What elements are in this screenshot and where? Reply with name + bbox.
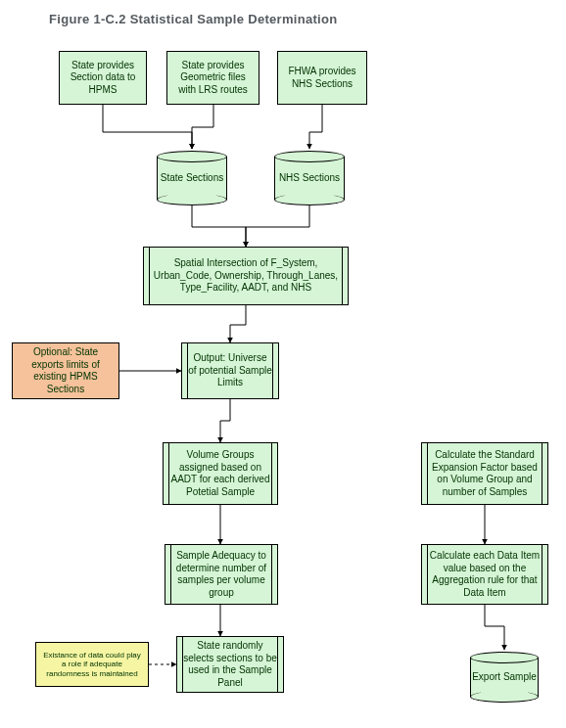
box-fhwa-nhs: FHWA provides NHS Sections — [277, 51, 367, 105]
db-export-sample-label: Export Sample — [472, 671, 537, 684]
box-output-universe: Output: Universe of potential Sample Lim… — [181, 342, 279, 399]
box-spatial-intersection: Spatial Intersection of F_System, Urban_… — [143, 247, 349, 305]
box-calc-dataitem: Calculate each Data Item value based on … — [421, 544, 548, 605]
db-nhs-sections: NHS Sections — [274, 157, 345, 200]
box-optional-limits: Optional: State exports limits of existi… — [12, 342, 119, 399]
box-sample-adequacy: Sample Adequacy to determine number of s… — [165, 544, 278, 605]
box-state-section-hpms: State provides Section data to HPMS — [59, 51, 147, 105]
box-existence-note: Existance of data could play a role if a… — [35, 642, 149, 687]
box-calc-expansion: Calculate the Standard Expansion Factor … — [421, 442, 548, 505]
db-nhs-sections-label: NHS Sections — [279, 172, 340, 185]
box-volume-groups: Volume Groups assigned based on AADT for… — [163, 442, 278, 505]
db-state-sections-label: State Sections — [161, 172, 223, 185]
db-export-sample: Export Sample — [470, 658, 539, 697]
diagram-title: Figure 1-C.2 Statistical Sample Determin… — [49, 12, 338, 26]
db-state-sections: State Sections — [157, 157, 227, 200]
box-state-geom-lrs: State provides Geometric files with LRS … — [166, 51, 259, 105]
box-random-select: State randomly selects sections to be us… — [176, 636, 284, 693]
